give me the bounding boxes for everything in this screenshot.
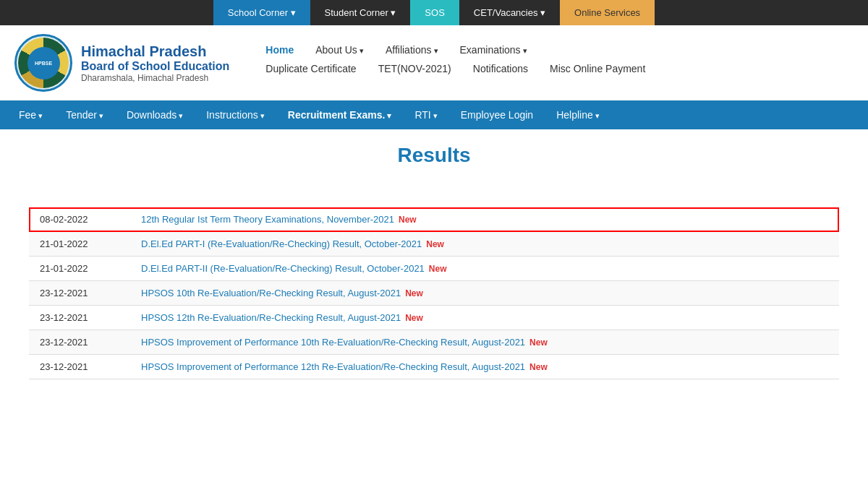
result-link[interactable]: HPSOS 12th Re-Evaluation/Re-Checking Res… (141, 312, 401, 323)
description-cell[interactable]: 12th Regular Ist Term Theory Examination… (130, 207, 839, 232)
top-nav-student-corner[interactable]: Student Corner ▾ (310, 0, 411, 25)
page-title: Results (29, 144, 839, 167)
description-cell[interactable]: D.El.Ed PART-II (Re-Evaluation/Re-Checki… (130, 257, 839, 281)
col-header-date: Date (29, 181, 130, 207)
description-cell[interactable]: D.El.Ed PART-I (Re-Evaluation/Re-Checkin… (130, 232, 839, 257)
table-row: 21-01-2022D.El.Ed PART-II (Re-Evaluation… (29, 257, 839, 281)
new-badge: New (529, 362, 548, 372)
logo-center: HPBSE (27, 47, 60, 79)
logo-area: HPBSE Himachal Pradesh Board of School E… (14, 34, 229, 92)
result-link[interactable]: D.El.Ed PART-II (Re-Evaluation/Re-Checki… (141, 263, 425, 274)
new-badge: New (405, 313, 423, 323)
org-location: Dharamshala, Himachal Pradesh (81, 73, 229, 83)
top-nav-cet[interactable]: CET/Vacancies ▾ (459, 0, 560, 25)
nav-home[interactable]: Home (265, 44, 294, 56)
result-link[interactable]: HPSOS Improvement of Performance 12th Re… (141, 361, 525, 372)
nav-affiliations[interactable]: Affiliations (386, 44, 438, 56)
new-badge: New (405, 288, 423, 298)
top-nav-sos[interactable]: SOS (410, 0, 459, 25)
nav-duplicate-cert[interactable]: Duplicate Certificate (265, 63, 356, 74)
table-header-row: Date Description (29, 181, 839, 207)
date-cell: 23-12-2021 (29, 355, 130, 379)
date-cell: 23-12-2021 (29, 281, 130, 306)
main-nav-row1: Home About Us Affiliations Examinations (265, 44, 854, 56)
result-link[interactable]: HPSOS 10th Re-Evaluation/Re-Checking Res… (141, 288, 401, 298)
main-nav: Home About Us Affiliations Examinations … (265, 44, 854, 82)
new-badge: New (426, 239, 444, 249)
description-cell[interactable]: HPSOS 12th Re-Evaluation/Re-Checking Res… (130, 306, 839, 330)
date-cell: 21-01-2022 (29, 232, 130, 257)
nav-misc-payment[interactable]: Misc Online Payment (550, 63, 645, 74)
description-cell[interactable]: HPSOS Improvement of Performance 10th Re… (130, 330, 839, 355)
result-link[interactable]: D.El.Ed PART-I (Re-Evaluation/Re-Checkin… (141, 238, 422, 249)
blue-nav-helpline[interactable]: Helpline (545, 100, 611, 129)
nav-examinations[interactable]: Examinations (460, 44, 527, 56)
nav-about-us[interactable]: About Us (315, 44, 364, 56)
description-cell[interactable]: HPSOS Improvement of Performance 12th Re… (130, 355, 839, 379)
result-link[interactable]: 12th Regular Ist Term Theory Examination… (141, 214, 394, 225)
blue-nav: Fee Tender Downloads Instructions Recrui… (0, 100, 868, 129)
blue-nav-recruitment[interactable]: Recruitment Exams. (276, 100, 404, 129)
content-area: Results Date Description 08-02-202212th … (0, 129, 868, 394)
date-cell: 21-01-2022 (29, 257, 130, 281)
table-row: 08-02-202212th Regular Ist Term Theory E… (29, 207, 839, 232)
org-title-2: Board of School Education (81, 60, 229, 73)
top-nav-school-corner[interactable]: School Corner ▾ (213, 0, 310, 25)
table-row: 23-12-2021HPSOS 12th Re-Evaluation/Re-Ch… (29, 306, 839, 330)
result-link[interactable]: HPSOS Improvement of Performance 10th Re… (141, 337, 525, 348)
blue-nav-downloads[interactable]: Downloads (115, 100, 195, 129)
table-row: 23-12-2021HPSOS Improvement of Performan… (29, 330, 839, 355)
date-cell: 23-12-2021 (29, 330, 130, 355)
main-nav-row2: Duplicate Certificate TET(NOV-2021) Noti… (265, 63, 854, 74)
org-name: Himachal Pradesh Board of School Educati… (81, 43, 229, 83)
blue-nav-fee[interactable]: Fee (7, 100, 54, 129)
table-row: 23-12-2021HPSOS 10th Re-Evaluation/Re-Ch… (29, 281, 839, 306)
table-row: 23-12-2021HPSOS Improvement of Performan… (29, 355, 839, 379)
top-nav: School Corner ▾ Student Corner ▾ SOS CET… (0, 0, 868, 25)
org-title-1: Himachal Pradesh (81, 43, 229, 60)
blue-nav-employee-login[interactable]: Employee Login (449, 100, 545, 129)
new-badge: New (399, 215, 417, 225)
description-cell[interactable]: HPSOS 10th Re-Evaluation/Re-Checking Res… (130, 281, 839, 306)
blue-nav-instructions[interactable]: Instructions (195, 100, 276, 129)
results-table: Date Description 08-02-202212th Regular … (29, 181, 839, 379)
date-cell: 23-12-2021 (29, 306, 130, 330)
header: HPBSE Himachal Pradesh Board of School E… (0, 25, 868, 100)
nav-tet[interactable]: TET(NOV-2021) (378, 63, 451, 74)
top-nav-online-services[interactable]: Online Services (560, 0, 655, 25)
logo: HPBSE (14, 34, 72, 92)
logo-inner: HPBSE (18, 38, 69, 88)
nav-notifications[interactable]: Notifications (473, 63, 528, 74)
col-header-description: Description (130, 181, 839, 207)
new-badge: New (529, 337, 548, 348)
table-row: 21-01-2022D.El.Ed PART-I (Re-Evaluation/… (29, 232, 839, 257)
date-cell: 08-02-2022 (29, 207, 130, 232)
new-badge: New (429, 264, 447, 274)
blue-nav-tender[interactable]: Tender (54, 100, 115, 129)
blue-nav-rti[interactable]: RTI (403, 100, 448, 129)
